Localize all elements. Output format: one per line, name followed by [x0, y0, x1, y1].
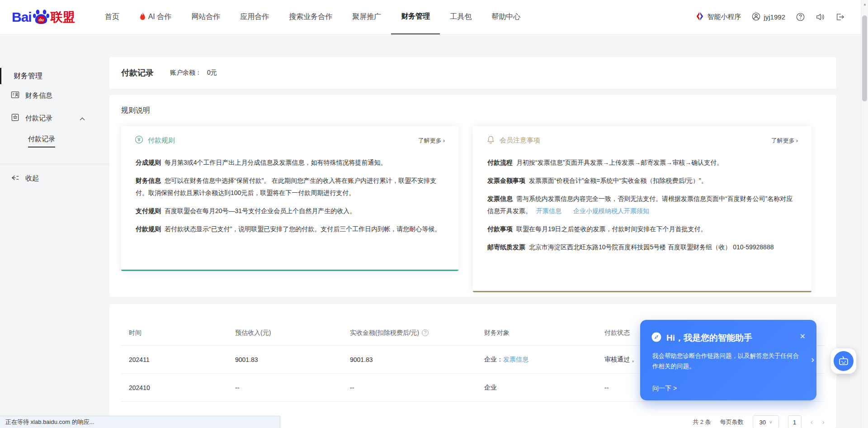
logo-bai-text: Bai — [12, 10, 32, 25]
chevron-right-icon: › — [796, 137, 798, 144]
payment-rules-card: 付款规则 了解更多 › 分成规则每月第3或4个工作日产出上月分成信息及发票信息，… — [121, 126, 458, 271]
page-number-button[interactable]: 1 — [788, 415, 802, 428]
total-count: 共 2 条 — [693, 418, 711, 426]
rules-section-title: 规则说明 — [121, 106, 825, 115]
close-icon[interactable]: ✕ — [800, 332, 806, 341]
page-title: 付款记录 — [121, 67, 154, 78]
sidebar-item-payment-record[interactable]: 付款记录 — [0, 107, 109, 129]
page-header-panel: 付款记录 账户余额： 0元 — [109, 57, 836, 89]
member-notes-card-header: 会员注意事项 了解更多 › — [473, 126, 811, 146]
bell-icon — [486, 135, 495, 146]
sidebar-item-finance-info[interactable]: 财务信息 — [0, 84, 109, 107]
per-page-label: 每页条数 — [720, 418, 744, 426]
baidu-union-logo[interactable]: Bai du 联盟 — [12, 8, 75, 27]
member-notes-more-link[interactable]: 了解更多 › — [771, 137, 798, 145]
nav-item-website[interactable]: 网站合作 — [181, 0, 230, 34]
rule-item: 付款规则若付款状态显示“已支付”，说明联盟已安排了您的付款。支付后三个工作日内到… — [136, 223, 443, 235]
member-notes-card: 会员注意事项 了解更多 › 付款流程月初按“发票信息”页面开具发票→上传发票→邮… — [473, 126, 811, 292]
sidebar-divider — [0, 164, 109, 164]
chevron-right-icon[interactable]: › — [811, 354, 814, 365]
account-balance-value: 0元 — [207, 69, 217, 77]
logo-union-text: 联盟 — [51, 9, 75, 25]
active-section-indicator — [0, 68, 1, 84]
cell-estimated-income: 9001.83 — [235, 356, 350, 363]
flame-icon — [139, 12, 146, 22]
nav-item-help-center[interactable]: 帮助中心 — [481, 0, 530, 34]
invoice-info-row-link[interactable]: 发票信息 — [503, 356, 528, 363]
sidebar-section-title: 财务管理 — [0, 68, 109, 84]
finance-info-icon — [11, 90, 19, 100]
chevron-right-icon: › — [443, 137, 445, 144]
account-balance-label: 账户余额： — [170, 69, 202, 77]
cell-estimated-income: -- — [235, 384, 350, 391]
browser-status-bubble: 正在等待 xlab.baidu.com 的响应... — [0, 416, 280, 428]
nav-item-finance[interactable]: 财务管理 — [391, 0, 440, 34]
col-header-time: 时间 — [129, 329, 235, 337]
browser-status-text: 正在等待 xlab.baidu.com 的响应... — [5, 418, 94, 426]
rule-item: 财务信息您可以在财务信息中选择“保留付款”。 在此期间您产生的收入将在账户内进行… — [136, 175, 443, 199]
account-balance: 账户余额： 0元 — [170, 69, 217, 77]
member-notes-card-title: 会员注意事项 — [500, 136, 540, 145]
assistant-popup: Hi，我是您的智能助手 ✕ 我会帮助您诊断合作链路问题，以及解答您关于任何合作相… — [640, 320, 816, 400]
sidebar-collapse-button[interactable]: 收起 — [0, 167, 109, 190]
col-header-finance-entity: 财务对象 — [484, 329, 604, 337]
rules-cards: 付款规则 了解更多 › 分成规则每月第3或4个工作日产出上月分成信息及发票信息，… — [121, 126, 825, 292]
miniapp-label: 智能小程序 — [707, 13, 741, 21]
compass-icon — [651, 332, 662, 344]
prev-page-button[interactable]: ‹ — [811, 418, 813, 427]
miniapp-entry[interactable]: 智能小程序 — [696, 12, 741, 22]
pagination: 共 2 条 每页条数 30 ˅ 1 ‹ › — [693, 415, 825, 428]
member-notes-card-body: 付款流程月初按“发票信息”页面开具发票→上传发票→邮寄发票→审核→确认支付。 发… — [473, 146, 811, 253]
col-header-estimated-income: 预估收入(元) — [235, 329, 350, 337]
cell-time: 202410 — [129, 384, 235, 391]
next-page-button[interactable]: › — [822, 418, 825, 427]
cell-actual-amount: -- — [350, 384, 484, 391]
per-page-select[interactable]: 30 ˅ — [753, 415, 779, 428]
collapse-label: 收起 — [25, 174, 39, 183]
nav-item-ai[interactable]: AI 合作 — [129, 0, 182, 34]
nav-item-app[interactable]: 应用合作 — [230, 0, 279, 34]
assistant-floating-button[interactable] — [831, 348, 856, 374]
col-header-actual-amount: 实收金额(扣除税费后/元) ? — [350, 329, 484, 337]
logout-icon[interactable] — [835, 13, 844, 21]
payment-rules-more-link[interactable]: 了解更多 › — [418, 137, 445, 145]
small-taxpayer-guide-link[interactable]: 企业小规模纳税人开票须知 — [573, 207, 649, 214]
collapse-icon — [11, 174, 19, 183]
sound-icon[interactable] — [816, 13, 825, 21]
payment-rules-card-body: 分成规则每月第3或4个工作日产出上月分成信息及发票信息，如有特殊情况将提前通知。… — [121, 146, 458, 235]
nav-item-ai-label: AI 合作 — [148, 12, 172, 22]
nav-item-juping[interactable]: 聚屏推广 — [342, 0, 391, 34]
payment-rules-card-header: 付款规则 了解更多 › — [121, 126, 458, 146]
main-nav: 首页 AI 合作 网站合作 应用合作 搜索业务合作 聚屏推广 财务管理 工具包 … — [95, 0, 531, 34]
chevron-up-icon[interactable] — [80, 114, 85, 122]
scrollbar[interactable]: ▲ — [861, 0, 868, 428]
nav-item-toolkit[interactable]: 工具包 — [440, 0, 481, 34]
sidebar-item-finance-info-label: 财务信息 — [25, 91, 52, 100]
sidebar-subitem-payment-record-label: 付款记录 — [28, 135, 55, 147]
help-circle-icon[interactable]: ? — [422, 329, 429, 336]
payment-record-icon — [11, 113, 19, 123]
note-item: 发票金额事项发票票面“价税合计”金额=系统中“实收金额（扣除税费后/元）”。 — [487, 175, 796, 187]
rule-item: 支付规则百度联盟会在每月20号—31号支付企业会员上个自然月产生的收入。 — [136, 205, 443, 217]
scrollbar-thumb[interactable] — [862, 15, 867, 101]
robot-icon — [834, 351, 854, 371]
help-icon[interactable] — [796, 13, 805, 21]
assistant-popup-title: Hi，我是您的智能助手 — [666, 332, 752, 344]
coin-icon — [135, 135, 143, 146]
scroll-up-arrow[interactable]: ▲ — [861, 2, 868, 6]
assistant-ask-link[interactable]: 问一下 > — [652, 385, 677, 393]
sidebar: 财务管理 财务信息 付款记录 付款记录 — [0, 34, 109, 190]
cell-actual-amount: 9001.83 — [350, 356, 484, 363]
baidu-paw-icon: du — [33, 8, 50, 27]
sidebar-subitem-payment-record[interactable]: 付款记录 — [0, 129, 109, 153]
note-item: 付款事项联盟在每月19日之后签收的发票，付款时间安排在下个月首批支付。 — [487, 223, 796, 235]
nav-item-search-business[interactable]: 搜索业务合作 — [279, 0, 342, 34]
rules-panel: 规则说明 付款规则 了解更多 › — [109, 95, 836, 297]
cell-time: 202411 — [129, 356, 235, 363]
invoice-info-link[interactable]: 开票信息 — [536, 207, 561, 214]
top-nav: Bai du 联盟 首页 AI 合作 网站合作 应用合作 — [0, 0, 868, 34]
user-account[interactable]: jyj1992 — [752, 12, 785, 22]
nav-item-home[interactable]: 首页 — [95, 0, 129, 34]
assistant-popup-header: Hi，我是您的智能助手 — [640, 320, 816, 344]
note-item: 邮寄纸质发票北京市海淀区西北旺东路10号院百度科技园5号楼 百度联盟财务组（收）… — [487, 241, 796, 253]
